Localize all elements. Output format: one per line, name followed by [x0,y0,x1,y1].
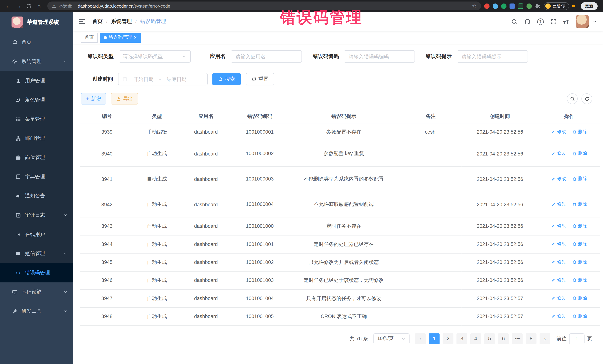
edit-link[interactable]: 修改 [551,313,566,320]
delete-link[interactable]: 删除 [572,313,587,320]
edit-link[interactable]: 修改 [551,241,566,247]
fullscreen-icon[interactable] [550,18,557,25]
edit-link[interactable]: 修改 [551,150,566,157]
audit-log-icon [15,212,21,218]
extension-blue-icon[interactable] [493,3,498,9]
page-button-3[interactable]: 3 [456,333,467,344]
filter-row-2: 创建时间 - 搜索 重置 [88,73,603,85]
next-page-button[interactable]: › [540,333,550,344]
extension-dark-icon[interactable] [518,3,523,9]
breadcrumb-system[interactable]: 系统管理 [111,18,132,25]
sidebar-item-error-codes[interactable]: 错误码管理 [0,263,73,282]
sidebar-item-sms[interactable]: 短信管理 [0,244,73,263]
edit-link[interactable]: 修改 [551,201,566,208]
error-type-select[interactable]: 请选择错误码类型 [118,50,191,63]
table-row: 3941 自动生成 dashboard 1001000003 不能删除类型为系统… [80,166,600,192]
page-button-6[interactable]: 6 [498,333,509,344]
help-icon[interactable]: ? [537,18,544,25]
toggle-search-button[interactable] [567,93,578,104]
sidebar-item-announcements[interactable]: 通知公告 [0,186,73,206]
hamburger-icon[interactable] [79,18,86,25]
delete-link[interactable]: 删除 [572,201,587,208]
sidebar-item-home[interactable]: 首页 [0,33,73,52]
browser-update-button[interactable]: 更新 [581,2,598,10]
sidebar-item-roles[interactable]: 角色管理 [0,90,73,110]
sidebar-item-infrastructure[interactable]: 基础设施 [0,282,73,302]
search-button-label: 搜索 [225,76,235,82]
goto-page-input[interactable] [569,333,585,344]
broadcast-icon [15,232,21,237]
sidebar-item-dictionary[interactable]: 字典管理 [0,167,73,187]
prev-page-button[interactable]: ‹ [415,333,426,344]
delete-link[interactable]: 删除 [572,129,587,135]
sidebar-item-system[interactable]: 系统管理 [0,52,73,71]
sidebar-item-menus[interactable]: 菜单管理 [0,110,73,129]
user-avatar[interactable] [576,15,589,28]
github-icon[interactable] [524,18,531,25]
megaphone-icon [15,193,21,199]
page-button-8[interactable]: 8 [526,333,536,344]
browser-reload-icon[interactable] [26,3,32,9]
date-range-picker[interactable]: - [118,73,208,85]
sidebar-item-online-users[interactable]: 在线用户 [0,225,73,244]
edit-link[interactable]: 修改 [551,277,566,283]
page-button-2[interactable]: 2 [443,333,453,344]
tab-error-codes[interactable]: 错误码管理 × [100,33,141,43]
cell-app: dashboard [180,123,232,141]
breadcrumb-home[interactable]: 首页 [92,18,103,25]
tab-close-icon[interactable]: × [134,35,137,40]
address-bar[interactable]: ⚠ 不安全 dashboard.yudao.iocoder.cn/system/… [47,1,481,10]
error-hint-input[interactable] [457,50,528,63]
date-end-input[interactable] [162,76,191,82]
page-button-4[interactable]: 4 [470,333,481,344]
page-more-button[interactable]: ••• [512,333,523,344]
avatar-caret-down-icon[interactable] [593,20,597,24]
extension-leaf-icon[interactable] [527,3,532,9]
delete-link[interactable]: 删除 [572,295,587,301]
sidebar-logo[interactable]: 芋道管理系统 [0,12,73,33]
browser-forward-icon[interactable]: → [13,1,24,11]
date-start-input[interactable] [129,76,158,82]
edit-link[interactable]: 修改 [551,295,566,301]
delete-link[interactable]: 删除 [572,241,587,247]
edit-link[interactable]: 修改 [551,223,566,229]
app-name-input[interactable] [231,50,302,63]
edit-link[interactable]: 修改 [551,129,566,135]
reset-button[interactable]: 重置 [246,73,274,85]
font-size-icon[interactable]: TT [563,19,569,24]
export-button[interactable]: 导出 [111,93,138,105]
screenshot-root: ← → ⌂ ⚠ 不安全 dashboard.yudao.iocoder.cn/s… [0,0,603,364]
delete-link[interactable]: 删除 [572,223,587,229]
column-header-message: 错误码提示 [288,110,400,123]
page-button-5[interactable]: 5 [484,333,495,344]
browser-back-icon[interactable]: ← [3,1,13,11]
filter-form: 错误码类型 请选择错误码类型 应用名 错误码编码 错误码提示 [73,44,603,85]
delete-link[interactable]: 删除 [572,259,587,265]
add-button[interactable]: + 新增 [81,93,106,105]
delete-link[interactable]: 删除 [572,150,587,157]
search-icon[interactable] [511,18,517,25]
tab-home[interactable]: 首页 [81,33,98,43]
extension-grid-icon[interactable] [510,3,515,9]
sidebar-item-audit-logs[interactable]: 审计日志 [0,206,73,225]
edit-link[interactable]: 修改 [551,259,566,265]
page-size-select[interactable]: 10条/页 [373,333,410,344]
refresh-table-button[interactable] [581,93,592,104]
page-button-1[interactable]: 1 [429,333,440,344]
profile-paused-badge[interactable]: 已暂停 [544,2,569,10]
delete-link[interactable]: 删除 [572,277,587,283]
extensions-puzzle-icon[interactable] [535,3,541,9]
error-code-input[interactable] [344,50,415,63]
bookmark-star-icon[interactable]: ☆ [472,3,476,9]
extension-check-icon[interactable] [501,3,507,9]
delete-link[interactable]: 删除 [572,176,587,182]
main-area: 首页 / 系统管理 / 错误码管理 ? TT 首页 错误码 [73,12,603,364]
sidebar-item-departments[interactable]: 部门管理 [0,129,73,148]
sidebar-item-dev-tools[interactable]: 研发工具 [0,302,73,321]
browser-home-icon[interactable]: ⌂ [34,1,44,11]
extension-red-icon[interactable] [484,3,490,9]
sidebar-item-positions[interactable]: 岗位管理 [0,148,73,167]
sidebar-item-users[interactable]: 用户管理 [0,71,73,90]
edit-link[interactable]: 修改 [551,176,566,182]
search-button[interactable]: 搜索 [212,73,241,85]
